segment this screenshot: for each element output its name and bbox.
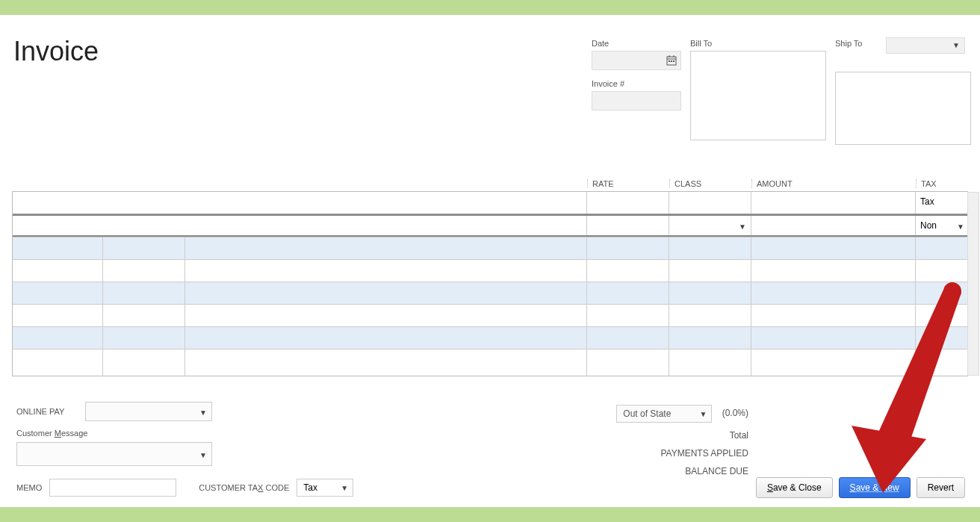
table-row[interactable]	[13, 237, 967, 259]
date-label: Date	[592, 39, 681, 48]
invoice-number-label: Invoice #	[592, 79, 681, 88]
table-row[interactable]	[13, 326, 967, 349]
svg-rect-5	[671, 60, 672, 62]
line-items-table: RATE CLASS AMOUNT TAX Tax ▼ Non▼	[12, 179, 968, 376]
chevron-down-icon: ▼	[199, 451, 207, 459]
tax-cell-dropdown[interactable]: Non▼	[915, 216, 967, 235]
online-pay-label: ONLINE PAY	[16, 407, 85, 416]
date-input[interactable]	[592, 51, 681, 70]
table-row[interactable]	[13, 282, 967, 304]
table-row[interactable]	[13, 259, 967, 282]
payments-applied-label: PAYMENTS APPLIED	[616, 448, 748, 459]
memo-input[interactable]	[49, 479, 176, 497]
table-row[interactable]: Tax	[13, 192, 967, 214]
page-title: Invoice	[13, 36, 99, 67]
column-header-tax: TAX	[916, 179, 968, 188]
balance-due-label: BALANCE DUE	[616, 466, 748, 476]
svg-rect-6	[673, 60, 674, 62]
tax-cell[interactable]: Tax	[915, 192, 967, 214]
bill-to-label: Bill To	[690, 39, 826, 48]
chevron-down-icon: ▼	[699, 410, 707, 418]
invoice-number-input[interactable]	[592, 91, 681, 111]
column-header-class: CLASS	[669, 179, 751, 188]
save-and-close-button[interactable]: Save & Close	[756, 477, 833, 498]
column-header-rate: RATE	[587, 179, 669, 188]
tax-jurisdiction-dropdown[interactable]: Out of State▼	[616, 405, 712, 423]
customer-message-label: Customer Message	[16, 429, 315, 438]
ship-to-dropdown[interactable]: ▼	[886, 37, 965, 54]
chevron-down-icon: ▼	[341, 484, 348, 492]
column-header-amount: AMOUNT	[751, 179, 916, 188]
customer-message-dropdown[interactable]: ▼	[16, 442, 212, 466]
tax-percentage: (0.0%)	[722, 408, 748, 418]
calendar-icon[interactable]	[666, 55, 677, 66]
chevron-down-icon: ▼	[957, 223, 964, 231]
customer-tax-code-dropdown[interactable]: Tax▼	[297, 479, 353, 497]
save-and-new-button[interactable]: Save & New	[839, 477, 911, 498]
revert-button[interactable]: Revert	[917, 477, 965, 498]
table-row[interactable]	[13, 304, 967, 326]
total-label: Total	[616, 430, 748, 441]
svg-rect-4	[669, 60, 670, 62]
vertical-scrollbar[interactable]	[967, 192, 979, 376]
chevron-down-icon: ▼	[199, 408, 207, 417]
chevron-down-icon[interactable]: ▼	[739, 223, 746, 231]
online-pay-dropdown[interactable]: ▼	[85, 402, 212, 421]
table-row[interactable]	[13, 349, 967, 376]
ship-to-textarea[interactable]	[835, 72, 971, 145]
chevron-down-icon: ▼	[952, 41, 960, 49]
memo-label: MEMO	[16, 483, 42, 492]
table-row[interactable]: ▼ Non▼	[13, 214, 967, 237]
bill-to-textarea[interactable]	[690, 51, 826, 140]
customer-tax-code-label: CUSTOMER TAX CODE	[199, 483, 289, 492]
